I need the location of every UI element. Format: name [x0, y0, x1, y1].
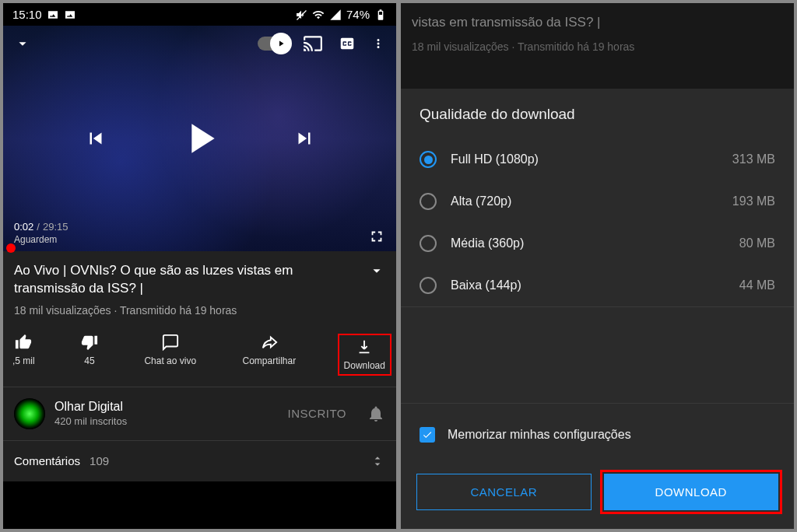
radio-icon [420, 151, 437, 168]
channel-row[interactable]: Olhar Digital 420 mil inscritos INSCRITO [3, 387, 396, 441]
chat-label: Chat ao vivo [144, 355, 196, 366]
expand-description-icon[interactable] [368, 262, 385, 279]
radio-icon [420, 277, 437, 294]
battery-text: 74% [346, 8, 370, 21]
video-player[interactable]: 0:02 / 29:15 Aguardem [3, 26, 396, 251]
skip-next-icon[interactable] [293, 127, 316, 150]
quality-option-1080p[interactable]: Full HD (1080p) 313 MB [409, 138, 786, 180]
phone-left: 15:10 74% [3, 3, 396, 529]
video-title: Ao Vivo | OVNIs? O que são as luzes vist… [14, 262, 360, 298]
download-confirm-button[interactable]: DOWNLOAD [604, 474, 779, 510]
quality-option-360p[interactable]: Média (360p) 80 MB [409, 222, 786, 264]
picture-icon [47, 9, 59, 21]
play-icon[interactable] [175, 114, 225, 163]
download-label: Download [344, 360, 385, 371]
duration: 29:15 [43, 221, 68, 233]
picture-icon [64, 9, 76, 21]
channel-subs: 420 mil inscritos [54, 415, 279, 427]
cc-icon[interactable] [337, 35, 357, 52]
radio-icon [420, 193, 437, 210]
channel-avatar [14, 398, 45, 429]
dialog-title: Qualidade do download [401, 89, 794, 138]
action-bar: ,5 mil 45 Chat ao vivo Compartilhar Down… [3, 324, 396, 387]
more-vert-icon[interactable] [371, 35, 385, 52]
unfold-icon [370, 453, 385, 469]
mute-icon [295, 9, 307, 21]
fullscreen-icon[interactable] [368, 228, 385, 245]
chevron-down-icon[interactable] [14, 35, 31, 52]
current-time: 0:02 [14, 221, 33, 233]
quality-list: Full HD (1080p) 313 MB Alta (720p) 193 M… [401, 138, 794, 306]
bell-icon[interactable] [367, 404, 385, 423]
remember-settings-row[interactable]: Memorizar minhas configurações [401, 403, 794, 461]
cast-icon[interactable] [303, 33, 323, 54]
waiting-text: Aguardem [14, 234, 68, 245]
bg-meta: 18 mil visualizações · Transmitido há 19… [412, 39, 783, 55]
comments-count: 109 [90, 454, 109, 467]
signal-icon [329, 9, 342, 21]
comments-label: Comentários [14, 454, 80, 467]
video-meta: 18 mil visualizações · Transmitido há 19… [14, 304, 385, 317]
chat-button[interactable]: Chat ao vivo [139, 334, 201, 376]
live-indicator-dot [6, 243, 16, 253]
remember-label: Memorizar minhas configurações [448, 428, 631, 442]
autoplay-toggle[interactable] [258, 37, 289, 51]
share-label: Compartilhar [243, 355, 297, 366]
battery-icon [374, 9, 387, 21]
video-info: Ao Vivo | OVNIs? O que são as luzes vist… [3, 251, 396, 324]
channel-name: Olhar Digital [54, 400, 279, 414]
bg-title-fragment: vistas em transmissão da ISS? | [412, 12, 783, 33]
radio-icon [420, 235, 437, 252]
cancel-button[interactable]: CANCELAR [416, 474, 592, 510]
checkbox-icon [420, 427, 435, 443]
dislike-count: 45 [84, 355, 94, 366]
download-button[interactable]: Download [338, 334, 391, 376]
skip-previous-icon[interactable] [84, 127, 107, 150]
like-button[interactable]: ,5 mil [8, 334, 40, 376]
quality-option-720p[interactable]: Alta (720p) 193 MB [409, 180, 786, 222]
status-time: 15:10 [12, 8, 42, 21]
share-button[interactable]: Compartilhar [238, 334, 301, 376]
comments-row[interactable]: Comentários 109 [3, 441, 396, 481]
like-count: ,5 mil [12, 355, 35, 366]
quality-option-144p[interactable]: Baixa (144p) 44 MB [409, 264, 786, 306]
phone-right: vistas em transmissão da ISS? | 18 mil v… [401, 3, 794, 529]
dislike-button[interactable]: 45 [76, 334, 103, 376]
status-bar: 15:10 74% [3, 3, 396, 26]
download-quality-dialog: Qualidade do download Full HD (1080p) 31… [401, 89, 794, 529]
subscribe-button[interactable]: INSCRITO [288, 407, 346, 420]
wifi-icon [312, 9, 325, 21]
